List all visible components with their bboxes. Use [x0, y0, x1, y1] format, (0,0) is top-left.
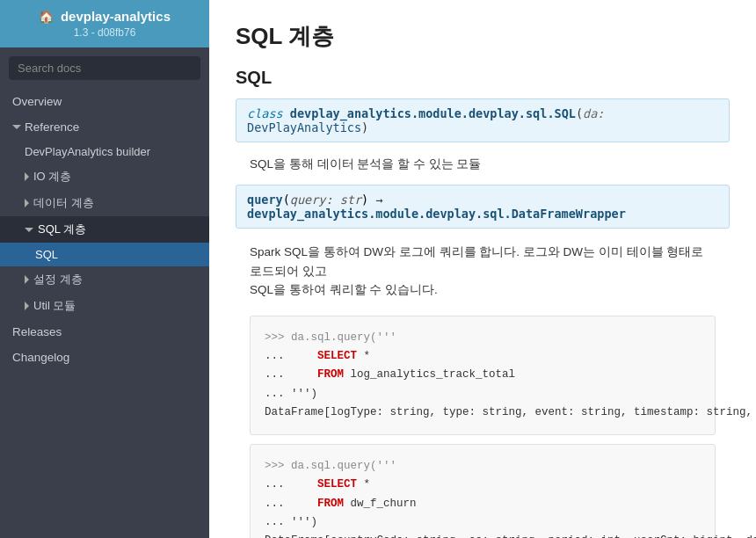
sidebar-item-overview[interactable]: Overview — [0, 89, 209, 114]
sidebar-item-io-layer[interactable]: IO 계층 — [0, 164, 209, 190]
sidebar-item-reference[interactable]: Reference — [0, 114, 209, 140]
method-return-type: devplay_analytics.module.devplay.sql.Dat… — [247, 207, 626, 221]
sidebar-header: 🏠 devplay-analytics 1.3 - d08fb76 — [0, 0, 209, 47]
data-layer-toggle-icon — [25, 199, 29, 207]
sidebar-item-sql-layer[interactable]: SQL 계층 — [0, 216, 209, 243]
code-block-0: >>> da.sql.query(''' ... SELECT * ... FR… — [250, 316, 716, 435]
sidebar-item-util-module[interactable]: Util 모듈 — [0, 293, 209, 319]
method-header: query(query: str) → devplay_analytics.mo… — [236, 185, 730, 229]
sidebar-item-releases[interactable]: Releases — [0, 319, 209, 345]
sidebar-version: 1.3 - d08fb76 — [11, 26, 199, 39]
class-keyword: class — [247, 106, 290, 120]
sidebar-item-sql[interactable]: SQL — [0, 243, 209, 266]
sidebar-title[interactable]: devplay-analytics — [61, 9, 171, 24]
page-title: SQL 계층 — [236, 21, 730, 52]
method-param: query: str — [290, 193, 361, 207]
section-title: SQL — [236, 68, 730, 88]
settings-layer-label: 설정 계층 — [33, 272, 83, 287]
method-arrow: → — [375, 193, 382, 207]
sql-layer-toggle-icon — [25, 228, 33, 232]
io-layer-label: IO 계층 — [33, 169, 71, 185]
class-description: SQL을 통해 데이터 분석을 할 수 있는 모듈 — [236, 151, 730, 185]
reference-label: Reference — [25, 120, 79, 134]
class-name: devplay_analytics.module.devplay.sql.SQL — [290, 106, 576, 120]
search-box — [0, 47, 209, 89]
method-name: query — [247, 193, 283, 207]
data-layer-label: 데이터 계층 — [33, 195, 94, 211]
sidebar-item-changelog[interactable]: Changelog — [0, 345, 209, 370]
util-module-toggle-icon — [25, 302, 29, 310]
reference-toggle-icon — [12, 125, 21, 129]
sidebar-item-devplayanalytics-builder[interactable]: DevPlayAnalytics builder — [0, 140, 209, 164]
sidebar-title-row: 🏠 devplay-analytics — [11, 9, 199, 24]
method-description: Spark SQL을 통하여 DW와 로그에 쿼리를 합니다. 로그와 DW는 … — [236, 237, 730, 309]
class-param: da: — [583, 106, 604, 120]
util-module-label: Util 모듈 — [33, 298, 76, 314]
class-param-type: DevPlayAnalytics — [247, 120, 361, 134]
search-input[interactable] — [9, 56, 200, 80]
sidebar: 🏠 devplay-analytics 1.3 - d08fb76 Overvi… — [0, 0, 209, 538]
io-layer-toggle-icon — [25, 172, 29, 181]
sidebar-item-data-layer[interactable]: 데이터 계층 — [0, 190, 209, 216]
code-examples: >>> da.sql.query(''' ... SELECT * ... FR… — [236, 316, 730, 538]
sidebar-item-settings-layer[interactable]: 설정 계층 — [0, 266, 209, 293]
code-block-1: >>> da.sql.query(''' ... SELECT * ... FR… — [250, 444, 716, 538]
main-content: SQL 계층 SQL class devplay_analytics.modul… — [209, 0, 756, 538]
home-icon: 🏠 — [39, 10, 54, 24]
sql-layer-label: SQL 계층 — [38, 222, 86, 237]
settings-layer-toggle-icon — [25, 275, 29, 284]
class-header: class devplay_analytics.module.devplay.s… — [236, 98, 730, 142]
